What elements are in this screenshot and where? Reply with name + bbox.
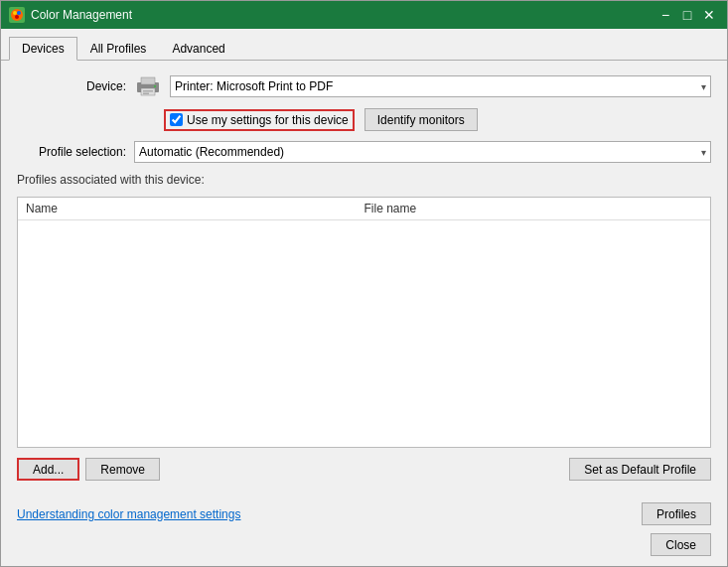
minimize-button[interactable]: − bbox=[655, 5, 675, 25]
profile-selection-value: Automatic (Recommended) bbox=[139, 145, 284, 159]
profile-selection-arrow: ▾ bbox=[701, 147, 706, 158]
add-button[interactable]: Add... bbox=[17, 458, 79, 481]
tab-all-profiles[interactable]: All Profiles bbox=[77, 37, 160, 61]
device-label: Device: bbox=[17, 79, 126, 93]
device-row: Device: Printer: Microsoft Print to PDF … bbox=[17, 74, 711, 98]
maximize-button[interactable]: □ bbox=[677, 5, 697, 25]
column-header-name: Name bbox=[26, 202, 364, 215]
use-settings-checkbox[interactable] bbox=[170, 113, 183, 126]
main-content: Device: Printer: Microsoft Print to PDF … bbox=[1, 61, 727, 495]
svg-point-1 bbox=[13, 11, 17, 15]
remove-button[interactable]: Remove bbox=[85, 458, 160, 481]
tab-devices[interactable]: Devices bbox=[9, 37, 77, 61]
use-settings-label[interactable]: Use my settings for this device bbox=[187, 113, 349, 127]
device-dropdown-arrow: ▾ bbox=[701, 81, 706, 92]
profiles-button[interactable]: Profiles bbox=[642, 502, 711, 525]
understanding-color-link[interactable]: Understanding color management settings bbox=[17, 507, 240, 521]
checkbox-row: Use my settings for this device Identify… bbox=[164, 108, 711, 131]
tab-advanced[interactable]: Advanced bbox=[159, 37, 237, 61]
svg-point-9 bbox=[154, 85, 156, 87]
table-body bbox=[18, 220, 710, 447]
window-close-button[interactable]: ✕ bbox=[699, 5, 719, 25]
svg-point-3 bbox=[15, 15, 19, 19]
printer-icon bbox=[134, 74, 162, 98]
device-dropdown[interactable]: Printer: Microsoft Print to PDF ▾ bbox=[170, 75, 711, 97]
profile-selection-row: Profile selection: Automatic (Recommende… bbox=[17, 141, 711, 163]
profiles-table: Name File name bbox=[17, 197, 711, 448]
table-header: Name File name bbox=[18, 198, 710, 220]
identify-monitors-button[interactable]: Identify monitors bbox=[364, 108, 478, 131]
set-default-profile-button[interactable]: Set as Default Profile bbox=[569, 458, 711, 481]
title-bar-left: Color Management bbox=[9, 7, 132, 23]
use-settings-wrapper: Use my settings for this device bbox=[164, 109, 355, 131]
svg-rect-8 bbox=[143, 93, 149, 95]
column-header-filename: File name bbox=[364, 202, 703, 215]
profiles-associated-label: Profiles associated with this device: bbox=[17, 173, 711, 187]
title-buttons: − □ ✕ bbox=[655, 5, 719, 25]
bottom-buttons: Add... Remove Set as Default Profile bbox=[17, 458, 711, 481]
svg-rect-5 bbox=[141, 77, 155, 84]
close-row: Close bbox=[1, 533, 727, 566]
svg-rect-7 bbox=[143, 90, 153, 92]
color-management-window: Color Management − □ ✕ Devices All Profi… bbox=[0, 0, 728, 567]
title-bar: Color Management − □ ✕ bbox=[1, 1, 727, 29]
window-title: Color Management bbox=[31, 8, 132, 22]
profile-selection-dropdown[interactable]: Automatic (Recommended) ▾ bbox=[134, 141, 711, 163]
tab-bar: Devices All Profiles Advanced bbox=[1, 29, 727, 61]
footer: Understanding color management settings … bbox=[1, 495, 727, 533]
close-button[interactable]: Close bbox=[651, 533, 711, 556]
device-dropdown-value: Printer: Microsoft Print to PDF bbox=[175, 79, 333, 93]
app-icon bbox=[9, 7, 25, 23]
svg-point-2 bbox=[17, 11, 21, 15]
profile-selection-label: Profile selection: bbox=[17, 145, 126, 159]
